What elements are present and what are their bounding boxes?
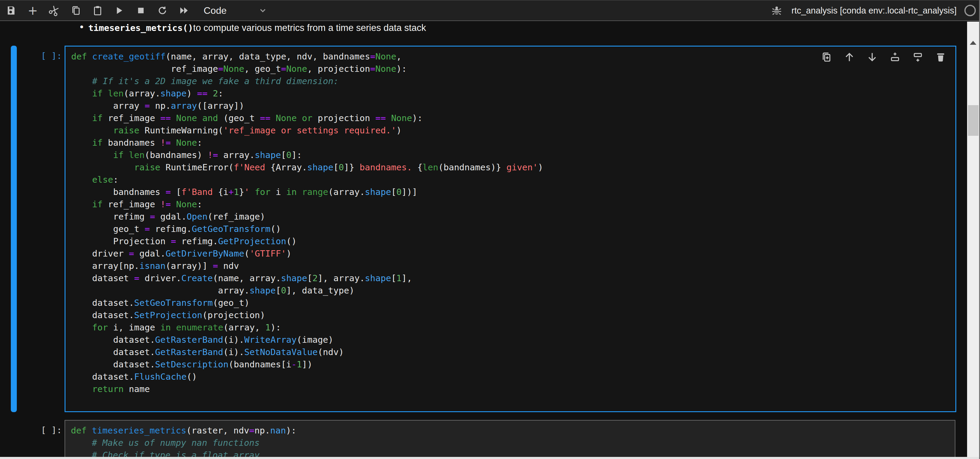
code-line: array = np.array([array]) bbox=[71, 100, 955, 112]
arrow-down-icon bbox=[867, 51, 878, 63]
cell-input-prompt: [ ]: bbox=[0, 50, 62, 62]
scrollbar-up-arrow-icon[interactable] bbox=[970, 41, 977, 45]
notebook-toolbar: + bbox=[0, 0, 980, 21]
code-line: dataset.GetRasterBand(i).SetNoDataValue(… bbox=[71, 346, 955, 359]
duplicate-icon bbox=[821, 51, 832, 63]
scrollbar-thumb[interactable] bbox=[968, 105, 978, 136]
bug-icon bbox=[771, 5, 783, 16]
kernel-status-icon bbox=[964, 5, 976, 16]
trash-icon bbox=[935, 51, 947, 63]
code-line: if ref_image != None: bbox=[71, 198, 955, 210]
insert-above-icon bbox=[889, 51, 901, 63]
paste-cells-button[interactable] bbox=[91, 3, 105, 18]
insert-cell-below-button[interactable] bbox=[912, 51, 924, 63]
arrow-up-icon bbox=[844, 51, 855, 63]
code-line: array[np.isnan(array)] = ndv bbox=[71, 260, 955, 272]
markdown-inline-code: timeseries_metrics() bbox=[88, 23, 193, 33]
code-line: raise RuntimeWarning('ref_image or setti… bbox=[71, 124, 955, 137]
cell-type-label: Code bbox=[204, 5, 227, 16]
code-line: if ref_image == None and (geo_t == None … bbox=[71, 112, 955, 124]
code-line: driver = gdal.GetDriverByName('GTIFF') bbox=[71, 247, 955, 260]
copy-cells-button[interactable] bbox=[69, 3, 83, 18]
stop-icon bbox=[136, 5, 146, 16]
code-line: ref_image=None, geo_t=None, projection=N… bbox=[71, 63, 955, 75]
code-cell-editor[interactable]: def timeseries_metrics(raster, ndv=np.na… bbox=[65, 420, 955, 459]
toolbar-right-group: rtc_analysis [conda env:.local-rtc_analy… bbox=[770, 3, 980, 18]
code-line: dataset.SetDescription(bandnames[i-1]) bbox=[71, 359, 955, 371]
code-line: # If it's a 2D image we fake a third dim… bbox=[71, 75, 955, 88]
code-line: raise RuntimeError(f'Need {Array.shape[0… bbox=[71, 161, 955, 174]
restart-run-all-button[interactable] bbox=[177, 3, 191, 18]
markdown-cell[interactable]: • timeseries_metrics() to compute variou… bbox=[80, 22, 426, 35]
code-line: return name bbox=[71, 383, 955, 395]
cell-input-prompt: [ ]: bbox=[0, 424, 62, 437]
run-cell-button[interactable] bbox=[112, 3, 126, 18]
insert-cell-above-button[interactable] bbox=[889, 51, 901, 63]
insert-cell-button[interactable]: + bbox=[26, 3, 40, 18]
play-icon bbox=[114, 5, 124, 16]
move-cell-up-button[interactable] bbox=[844, 51, 855, 63]
restart-icon bbox=[157, 5, 168, 16]
delete-cell-button[interactable] bbox=[935, 51, 947, 63]
save-icon bbox=[6, 5, 16, 16]
scissors-icon bbox=[47, 3, 62, 18]
save-button[interactable] bbox=[4, 3, 18, 18]
clipboard-icon bbox=[92, 5, 103, 16]
move-cell-down-button[interactable] bbox=[867, 51, 878, 63]
cell-toolbar bbox=[821, 51, 947, 63]
code-line: dataset = driver.Create(name, array.shap… bbox=[71, 272, 955, 284]
code-line: dataset.SetProjection(projection) bbox=[71, 309, 955, 322]
code-content[interactable]: def timeseries_metrics(raster, ndv=np.na… bbox=[71, 424, 955, 459]
code-line: refimg = gdal.Open(ref_image) bbox=[71, 210, 955, 223]
cell-collapser[interactable] bbox=[11, 46, 17, 412]
horizontal-scrollbar[interactable] bbox=[0, 457, 980, 459]
chevron-down-icon bbox=[258, 6, 267, 15]
code-line: dataset.SetGeoTransform(geo_t) bbox=[71, 297, 955, 309]
vertical-scrollbar[interactable] bbox=[967, 22, 979, 459]
jupyterlab-notebook: { "toolbar": { "cell_type_label": "Code"… bbox=[0, 0, 980, 459]
code-line: def timeseries_metrics(raster, ndv=np.na… bbox=[71, 424, 955, 437]
code-line: dataset.FlushCache() bbox=[71, 371, 955, 383]
code-line: bandnames = [f'Band {i+1}' for i in rang… bbox=[71, 186, 955, 198]
restart-kernel-button[interactable] bbox=[156, 3, 169, 18]
code-content[interactable]: def create_geotiff(name, array, data_typ… bbox=[71, 51, 955, 395]
code-line: if len(bandnames) != array.shape[0]: bbox=[71, 149, 955, 161]
interrupt-kernel-button[interactable] bbox=[134, 3, 148, 18]
code-line: geo_t = refimg.GetGeoTransform() bbox=[71, 223, 955, 235]
copy-icon bbox=[71, 5, 81, 16]
code-line: dataset.GetRasterBand(i).WriteArray(imag… bbox=[71, 334, 955, 346]
fast-forward-icon bbox=[179, 5, 189, 16]
bullet-icon: • bbox=[80, 21, 83, 33]
kernel-name[interactable]: rtc_analysis [conda env:.local-rtc_analy… bbox=[791, 6, 956, 16]
code-line: if bandnames != None: bbox=[71, 137, 955, 149]
code-line: # Make us of numpy nan functions bbox=[71, 437, 955, 449]
debugger-toggle[interactable] bbox=[770, 3, 784, 18]
code-line: if len(array.shape) == 2: bbox=[71, 88, 955, 100]
code-line: else: bbox=[71, 174, 955, 186]
duplicate-cell-button[interactable] bbox=[821, 51, 832, 63]
toolbar-left-group: + bbox=[0, 3, 191, 18]
insert-below-icon bbox=[912, 51, 924, 63]
code-cell-editor-active[interactable]: def create_geotiff(name, array, data_typ… bbox=[65, 46, 956, 412]
markdown-text: to compute various metrics from a time s… bbox=[193, 22, 426, 33]
code-line: Projection = refimg.GetProjection() bbox=[71, 235, 955, 247]
code-line: array.shape[0], data_type) bbox=[71, 284, 955, 297]
cut-cells-button[interactable] bbox=[48, 3, 61, 18]
code-line: for i, image in enumerate(array, 1): bbox=[71, 322, 955, 334]
plus-icon: + bbox=[28, 5, 38, 16]
cell-type-dropdown[interactable]: Code bbox=[204, 5, 267, 16]
